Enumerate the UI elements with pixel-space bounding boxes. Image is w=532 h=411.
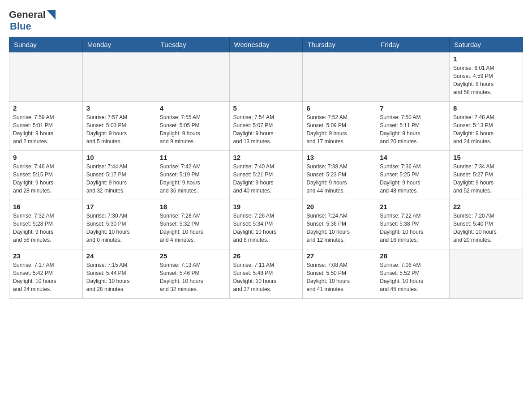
day-number: 21 — [380, 203, 446, 210]
day-number: 28 — [380, 252, 446, 260]
day-number: 8 — [453, 104, 519, 112]
logo-triangle-icon — [47, 10, 56, 20]
day-info: Sunrise: 7:30 AM Sunset: 5:30 PM Dayligh… — [86, 212, 152, 244]
day-info: Sunrise: 7:48 AM Sunset: 5:13 PM Dayligh… — [453, 113, 519, 146]
weekday-header-tuesday: Tuesday — [156, 37, 229, 52]
calendar-cell: 14Sunrise: 7:36 AM Sunset: 5:25 PM Dayli… — [376, 151, 450, 200]
day-info: Sunrise: 7:36 AM Sunset: 5:25 PM Dayligh… — [380, 163, 446, 195]
day-number: 14 — [380, 154, 446, 161]
day-info: Sunrise: 7:59 AM Sunset: 5:01 PM Dayligh… — [13, 113, 79, 146]
day-info: Sunrise: 7:28 AM Sunset: 5:32 PM Dayligh… — [160, 212, 226, 244]
calendar-cell: 15Sunrise: 7:34 AM Sunset: 5:27 PM Dayli… — [450, 151, 523, 200]
calendar-cell — [156, 52, 229, 102]
day-number: 12 — [233, 154, 299, 161]
weekday-header-wednesday: Wednesday — [229, 37, 303, 52]
calendar-header-row: SundayMondayTuesdayWednesdayThursdayFrid… — [9, 37, 523, 52]
calendar-cell: 9Sunrise: 7:46 AM Sunset: 5:15 PM Daylig… — [9, 151, 83, 200]
day-number: 7 — [380, 104, 446, 112]
day-info: Sunrise: 7:40 AM Sunset: 5:21 PM Dayligh… — [233, 163, 299, 195]
day-number: 11 — [160, 154, 226, 161]
day-number: 17 — [86, 203, 152, 210]
day-number: 24 — [86, 252, 152, 260]
calendar-cell: 16Sunrise: 7:32 AM Sunset: 5:28 PM Dayli… — [9, 200, 83, 249]
day-info: Sunrise: 7:57 AM Sunset: 5:03 PM Dayligh… — [86, 113, 152, 146]
calendar-cell: 17Sunrise: 7:30 AM Sunset: 5:30 PM Dayli… — [82, 200, 156, 249]
calendar-cell: 5Sunrise: 7:54 AM Sunset: 5:07 PM Daylig… — [229, 102, 303, 151]
day-info: Sunrise: 7:34 AM Sunset: 5:27 PM Dayligh… — [453, 163, 519, 195]
day-number: 23 — [13, 252, 79, 260]
day-info: Sunrise: 8:01 AM Sunset: 4:59 PM Dayligh… — [453, 64, 519, 96]
calendar-cell: 18Sunrise: 7:28 AM Sunset: 5:32 PM Dayli… — [156, 200, 229, 249]
day-number: 6 — [306, 104, 372, 112]
day-number: 25 — [160, 252, 226, 260]
calendar-cell — [9, 52, 83, 102]
day-info: Sunrise: 7:54 AM Sunset: 5:07 PM Dayligh… — [233, 113, 299, 146]
calendar-cell: 23Sunrise: 7:17 AM Sunset: 5:42 PM Dayli… — [9, 249, 83, 299]
calendar-cell: 4Sunrise: 7:55 AM Sunset: 5:05 PM Daylig… — [156, 102, 229, 151]
calendar-cell: 2Sunrise: 7:59 AM Sunset: 5:01 PM Daylig… — [9, 102, 83, 151]
day-number: 27 — [306, 252, 372, 260]
calendar-cell: 22Sunrise: 7:20 AM Sunset: 5:40 PM Dayli… — [450, 200, 523, 249]
calendar-week-row: 16Sunrise: 7:32 AM Sunset: 5:28 PM Dayli… — [9, 200, 523, 249]
calendar-cell: 20Sunrise: 7:24 AM Sunset: 5:36 PM Dayli… — [303, 200, 376, 249]
day-number: 26 — [233, 252, 299, 260]
calendar-cell: 21Sunrise: 7:22 AM Sunset: 5:38 PM Dayli… — [376, 200, 450, 249]
logo-blue: Blue — [10, 21, 31, 32]
day-info: Sunrise: 7:24 AM Sunset: 5:36 PM Dayligh… — [306, 212, 372, 244]
day-info: Sunrise: 7:50 AM Sunset: 5:11 PM Dayligh… — [380, 113, 446, 146]
calendar-cell: 12Sunrise: 7:40 AM Sunset: 5:21 PM Dayli… — [229, 151, 303, 200]
day-info: Sunrise: 7:13 AM Sunset: 5:46 PM Dayligh… — [160, 261, 226, 293]
calendar-cell — [376, 52, 450, 102]
svg-marker-0 — [47, 10, 56, 20]
calendar-cell: 28Sunrise: 7:06 AM Sunset: 5:52 PM Dayli… — [376, 249, 450, 299]
weekday-header-thursday: Thursday — [303, 37, 376, 52]
calendar-cell: 3Sunrise: 7:57 AM Sunset: 5:03 PM Daylig… — [82, 102, 156, 151]
day-number: 20 — [306, 203, 372, 210]
calendar-cell: 25Sunrise: 7:13 AM Sunset: 5:46 PM Dayli… — [156, 249, 229, 299]
calendar-cell: 1Sunrise: 8:01 AM Sunset: 4:59 PM Daylig… — [450, 52, 523, 102]
weekday-header-sunday: Sunday — [9, 37, 83, 52]
page-header: General Blue — [9, 9, 523, 32]
calendar-cell: 10Sunrise: 7:44 AM Sunset: 5:17 PM Dayli… — [82, 151, 156, 200]
day-number: 3 — [86, 104, 152, 112]
day-number: 13 — [306, 154, 372, 161]
day-number: 1 — [453, 55, 519, 63]
day-number: 9 — [13, 154, 79, 161]
day-info: Sunrise: 7:32 AM Sunset: 5:28 PM Dayligh… — [13, 212, 79, 244]
day-info: Sunrise: 7:22 AM Sunset: 5:38 PM Dayligh… — [380, 212, 446, 244]
calendar-cell: 11Sunrise: 7:42 AM Sunset: 5:19 PM Dayli… — [156, 151, 229, 200]
calendar-cell: 8Sunrise: 7:48 AM Sunset: 5:13 PM Daylig… — [450, 102, 523, 151]
calendar-table: SundayMondayTuesdayWednesdayThursdayFrid… — [9, 37, 523, 299]
day-number: 18 — [160, 203, 226, 210]
calendar-cell: 24Sunrise: 7:15 AM Sunset: 5:44 PM Dayli… — [82, 249, 156, 299]
day-info: Sunrise: 7:20 AM Sunset: 5:40 PM Dayligh… — [453, 212, 519, 244]
day-number: 22 — [453, 203, 519, 210]
day-number: 4 — [160, 104, 226, 112]
calendar-week-row: 1Sunrise: 8:01 AM Sunset: 4:59 PM Daylig… — [9, 52, 523, 102]
calendar-cell: 6Sunrise: 7:52 AM Sunset: 5:09 PM Daylig… — [303, 102, 376, 151]
calendar-cell: 13Sunrise: 7:38 AM Sunset: 5:23 PM Dayli… — [303, 151, 376, 200]
calendar-cell: 7Sunrise: 7:50 AM Sunset: 5:11 PM Daylig… — [376, 102, 450, 151]
calendar-cell — [82, 52, 156, 102]
day-number: 2 — [13, 104, 79, 112]
day-info: Sunrise: 7:46 AM Sunset: 5:15 PM Dayligh… — [13, 163, 79, 195]
day-info: Sunrise: 7:55 AM Sunset: 5:05 PM Dayligh… — [160, 113, 226, 146]
day-info: Sunrise: 7:17 AM Sunset: 5:42 PM Dayligh… — [13, 261, 79, 293]
weekday-header-saturday: Saturday — [450, 37, 523, 52]
day-number: 19 — [233, 203, 299, 210]
calendar-week-row: 2Sunrise: 7:59 AM Sunset: 5:01 PM Daylig… — [9, 102, 523, 151]
calendar-cell: 26Sunrise: 7:11 AM Sunset: 5:48 PM Dayli… — [229, 249, 303, 299]
day-info: Sunrise: 7:42 AM Sunset: 5:19 PM Dayligh… — [160, 163, 226, 195]
weekday-header-monday: Monday — [82, 37, 156, 52]
day-number: 16 — [13, 203, 79, 210]
calendar-cell — [303, 52, 376, 102]
calendar-cell — [450, 249, 523, 299]
day-info: Sunrise: 7:08 AM Sunset: 5:50 PM Dayligh… — [306, 261, 372, 293]
day-number: 15 — [453, 154, 519, 161]
day-info: Sunrise: 7:26 AM Sunset: 5:34 PM Dayligh… — [233, 212, 299, 244]
day-info: Sunrise: 7:44 AM Sunset: 5:17 PM Dayligh… — [86, 163, 152, 195]
logo-general: General — [9, 9, 46, 21]
logo: General Blue — [9, 9, 56, 32]
calendar-cell: 27Sunrise: 7:08 AM Sunset: 5:50 PM Dayli… — [303, 249, 376, 299]
calendar-week-row: 23Sunrise: 7:17 AM Sunset: 5:42 PM Dayli… — [9, 249, 523, 299]
